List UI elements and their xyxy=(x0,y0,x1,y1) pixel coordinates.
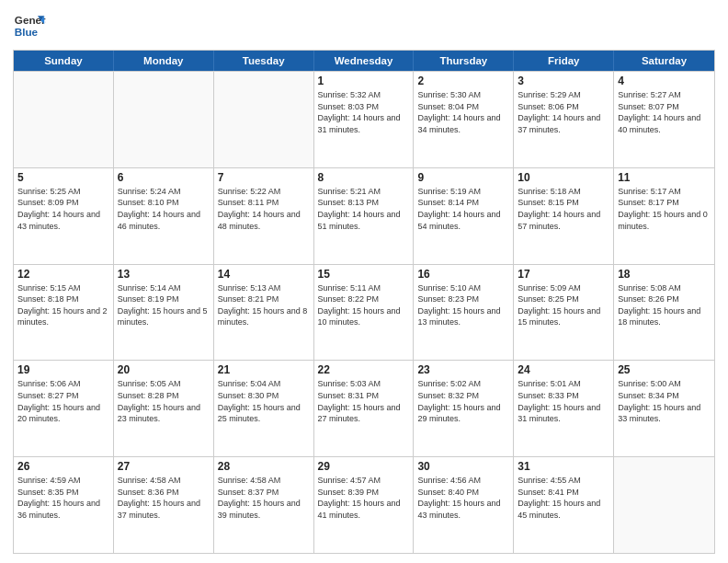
day-cell-11: 11Sunrise: 5:17 AM Sunset: 8:17 PM Dayli… xyxy=(614,168,714,264)
day-number: 18 xyxy=(618,268,711,281)
day-cell-24: 24Sunrise: 5:01 AM Sunset: 8:33 PM Dayli… xyxy=(514,361,614,456)
day-cell-23: 23Sunrise: 5:02 AM Sunset: 8:32 PM Dayli… xyxy=(414,361,514,456)
day-number: 31 xyxy=(518,460,609,473)
day-info: Sunrise: 5:25 AM Sunset: 8:09 PM Dayligh… xyxy=(17,186,109,232)
day-info: Sunrise: 5:17 AM Sunset: 8:17 PM Dayligh… xyxy=(618,186,711,232)
week-row-1: 1Sunrise: 5:32 AM Sunset: 8:03 PM Daylig… xyxy=(14,71,714,167)
day-cell-31: 31Sunrise: 4:55 AM Sunset: 8:41 PM Dayli… xyxy=(514,457,614,553)
day-number: 23 xyxy=(417,363,509,376)
day-info: Sunrise: 5:22 AM Sunset: 8:11 PM Dayligh… xyxy=(218,186,310,232)
header-day-friday: Friday xyxy=(514,51,614,71)
day-number: 28 xyxy=(218,460,310,473)
day-cell-25: 25Sunrise: 5:00 AM Sunset: 8:34 PM Dayli… xyxy=(614,361,714,456)
day-info: Sunrise: 5:05 AM Sunset: 8:28 PM Dayligh… xyxy=(118,378,210,424)
day-number: 22 xyxy=(318,363,410,376)
week-row-2: 5Sunrise: 5:25 AM Sunset: 8:09 PM Daylig… xyxy=(14,167,714,264)
day-number: 29 xyxy=(318,460,410,473)
day-number: 17 xyxy=(518,268,609,281)
day-number: 14 xyxy=(218,268,310,281)
empty-cell xyxy=(614,457,714,553)
day-info: Sunrise: 4:58 AM Sunset: 8:37 PM Dayligh… xyxy=(218,475,310,521)
empty-cell xyxy=(114,72,214,167)
day-number: 30 xyxy=(417,460,509,473)
day-info: Sunrise: 5:14 AM Sunset: 8:19 PM Dayligh… xyxy=(118,282,210,328)
day-number: 19 xyxy=(17,363,109,376)
day-info: Sunrise: 5:13 AM Sunset: 8:21 PM Dayligh… xyxy=(218,282,310,328)
day-cell-8: 8Sunrise: 5:21 AM Sunset: 8:13 PM Daylig… xyxy=(314,168,415,264)
day-info: Sunrise: 5:24 AM Sunset: 8:10 PM Dayligh… xyxy=(118,186,210,232)
day-info: Sunrise: 5:03 AM Sunset: 8:31 PM Dayligh… xyxy=(318,378,410,424)
day-cell-22: 22Sunrise: 5:03 AM Sunset: 8:31 PM Dayli… xyxy=(314,361,415,456)
day-info: Sunrise: 4:59 AM Sunset: 8:35 PM Dayligh… xyxy=(17,475,109,521)
day-number: 16 xyxy=(417,268,509,281)
day-info: Sunrise: 5:30 AM Sunset: 8:04 PM Dayligh… xyxy=(417,89,509,135)
header-day-wednesday: Wednesday xyxy=(314,51,415,71)
header-day-saturday: Saturday xyxy=(614,51,714,71)
day-cell-20: 20Sunrise: 5:05 AM Sunset: 8:28 PM Dayli… xyxy=(114,361,214,456)
day-number: 25 xyxy=(618,363,711,376)
day-cell-19: 19Sunrise: 5:06 AM Sunset: 8:27 PM Dayli… xyxy=(14,361,114,456)
day-cell-15: 15Sunrise: 5:11 AM Sunset: 8:22 PM Dayli… xyxy=(314,265,415,361)
day-number: 20 xyxy=(118,363,210,376)
day-cell-1: 1Sunrise: 5:32 AM Sunset: 8:03 PM Daylig… xyxy=(314,72,415,167)
day-number: 13 xyxy=(118,268,210,281)
day-number: 7 xyxy=(218,171,310,184)
week-row-4: 19Sunrise: 5:06 AM Sunset: 8:27 PM Dayli… xyxy=(14,360,714,456)
day-number: 2 xyxy=(417,75,509,87)
day-cell-18: 18Sunrise: 5:08 AM Sunset: 8:26 PM Dayli… xyxy=(614,265,714,361)
header-day-thursday: Thursday xyxy=(414,51,514,71)
day-cell-21: 21Sunrise: 5:04 AM Sunset: 8:30 PM Dayli… xyxy=(214,361,314,456)
day-cell-29: 29Sunrise: 4:57 AM Sunset: 8:39 PM Dayli… xyxy=(314,457,415,553)
day-info: Sunrise: 5:06 AM Sunset: 8:27 PM Dayligh… xyxy=(17,378,109,424)
day-cell-30: 30Sunrise: 4:56 AM Sunset: 8:40 PM Dayli… xyxy=(414,457,514,553)
day-cell-9: 9Sunrise: 5:19 AM Sunset: 8:14 PM Daylig… xyxy=(414,168,514,264)
day-number: 10 xyxy=(518,171,609,184)
day-info: Sunrise: 5:04 AM Sunset: 8:30 PM Dayligh… xyxy=(218,378,310,424)
day-info: Sunrise: 5:18 AM Sunset: 8:15 PM Dayligh… xyxy=(518,186,609,232)
day-number: 8 xyxy=(318,171,410,184)
day-cell-2: 2Sunrise: 5:30 AM Sunset: 8:04 PM Daylig… xyxy=(414,72,514,167)
day-number: 24 xyxy=(518,363,609,376)
day-cell-5: 5Sunrise: 5:25 AM Sunset: 8:09 PM Daylig… xyxy=(14,168,114,264)
header-day-sunday: Sunday xyxy=(14,51,114,71)
day-number: 12 xyxy=(17,268,109,281)
day-number: 1 xyxy=(318,75,410,87)
calendar-header: SundayMondayTuesdayWednesdayThursdayFrid… xyxy=(14,51,714,71)
week-row-5: 26Sunrise: 4:59 AM Sunset: 8:35 PM Dayli… xyxy=(14,456,714,553)
page: General Blue SundayMondayTuesdayWednesda… xyxy=(0,0,728,563)
day-cell-12: 12Sunrise: 5:15 AM Sunset: 8:18 PM Dayli… xyxy=(14,265,114,361)
day-cell-10: 10Sunrise: 5:18 AM Sunset: 8:15 PM Dayli… xyxy=(514,168,614,264)
day-cell-28: 28Sunrise: 4:58 AM Sunset: 8:37 PM Dayli… xyxy=(214,457,314,553)
day-cell-14: 14Sunrise: 5:13 AM Sunset: 8:21 PM Dayli… xyxy=(214,265,314,361)
day-info: Sunrise: 5:01 AM Sunset: 8:33 PM Dayligh… xyxy=(518,378,609,424)
calendar-body: 1Sunrise: 5:32 AM Sunset: 8:03 PM Daylig… xyxy=(14,71,714,553)
day-info: Sunrise: 5:08 AM Sunset: 8:26 PM Dayligh… xyxy=(618,282,711,328)
day-number: 15 xyxy=(318,268,410,281)
day-info: Sunrise: 5:32 AM Sunset: 8:03 PM Dayligh… xyxy=(318,89,410,135)
day-info: Sunrise: 5:19 AM Sunset: 8:14 PM Dayligh… xyxy=(417,186,509,232)
calendar: SundayMondayTuesdayWednesdayThursdayFrid… xyxy=(13,50,715,554)
week-row-3: 12Sunrise: 5:15 AM Sunset: 8:18 PM Dayli… xyxy=(14,264,714,361)
day-info: Sunrise: 4:55 AM Sunset: 8:41 PM Dayligh… xyxy=(518,475,609,521)
day-cell-17: 17Sunrise: 5:09 AM Sunset: 8:25 PM Dayli… xyxy=(514,265,614,361)
header-day-monday: Monday xyxy=(114,51,214,71)
day-number: 5 xyxy=(17,171,109,184)
day-number: 21 xyxy=(218,363,310,376)
day-cell-7: 7Sunrise: 5:22 AM Sunset: 8:11 PM Daylig… xyxy=(214,168,314,264)
day-info: Sunrise: 5:29 AM Sunset: 8:06 PM Dayligh… xyxy=(518,89,609,135)
day-number: 3 xyxy=(518,75,609,87)
day-info: Sunrise: 4:57 AM Sunset: 8:39 PM Dayligh… xyxy=(318,475,410,521)
day-number: 11 xyxy=(618,171,711,184)
logo: General Blue xyxy=(13,9,46,42)
day-info: Sunrise: 5:27 AM Sunset: 8:07 PM Dayligh… xyxy=(618,89,711,135)
day-cell-27: 27Sunrise: 4:58 AM Sunset: 8:36 PM Dayli… xyxy=(114,457,214,553)
day-cell-4: 4Sunrise: 5:27 AM Sunset: 8:07 PM Daylig… xyxy=(614,72,714,167)
day-cell-13: 13Sunrise: 5:14 AM Sunset: 8:19 PM Dayli… xyxy=(114,265,214,361)
day-info: Sunrise: 5:09 AM Sunset: 8:25 PM Dayligh… xyxy=(518,282,609,328)
header: General Blue xyxy=(13,9,715,42)
day-cell-6: 6Sunrise: 5:24 AM Sunset: 8:10 PM Daylig… xyxy=(114,168,214,264)
day-cell-26: 26Sunrise: 4:59 AM Sunset: 8:35 PM Dayli… xyxy=(14,457,114,553)
svg-text:Blue: Blue xyxy=(15,26,39,38)
logo-icon: General Blue xyxy=(13,9,46,42)
day-info: Sunrise: 5:02 AM Sunset: 8:32 PM Dayligh… xyxy=(417,378,509,424)
